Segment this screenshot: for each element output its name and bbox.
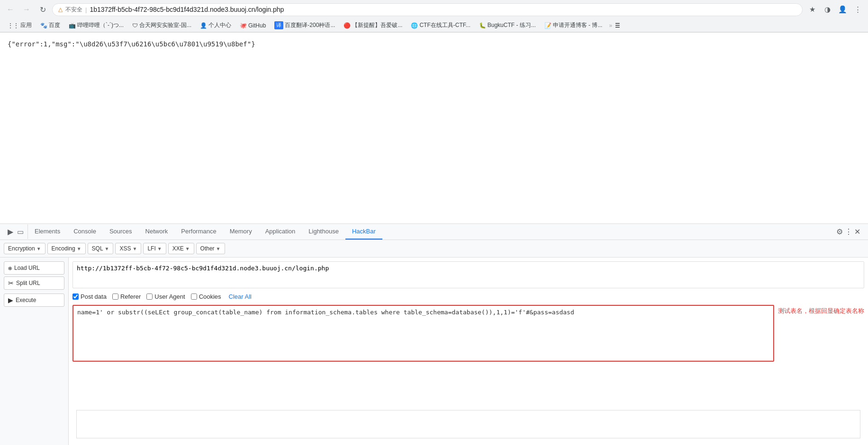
- encoding-arrow-icon: ▼: [77, 246, 81, 251]
- back-button[interactable]: ←: [4, 3, 17, 16]
- devtools-dots-icon[interactable]: ⋮: [845, 227, 852, 236]
- xxe-label: XXE: [172, 245, 184, 252]
- bookmark-apps[interactable]: ⋮⋮ 应用: [4, 20, 36, 31]
- device-toggle-icon[interactable]: ▭: [17, 228, 24, 236]
- postdata-textarea[interactable]: [72, 305, 774, 362]
- other-dropdown[interactable]: Other ▼: [196, 243, 225, 254]
- bookmark-bilibili[interactable]: 📺 哔哩哔哩（`-´)つ...: [65, 20, 127, 31]
- bilibili-icon: 📺: [69, 22, 76, 29]
- bookmark-profile[interactable]: 👤 个人中心: [196, 20, 235, 31]
- load-url-button[interactable]: ⎈ Load URL: [4, 261, 64, 275]
- devtools-close-icon[interactable]: ✕: [854, 227, 860, 236]
- devtools-header-right: ⚙ ⋮ ✕: [832, 227, 864, 236]
- encryption-dropdown[interactable]: Encryption ▼: [4, 243, 45, 254]
- tab-memory[interactable]: Memory: [223, 224, 259, 240]
- tab-elements[interactable]: Elements: [28, 224, 67, 240]
- other-arrow-icon: ▼: [216, 246, 221, 251]
- navigation-bar: ← → ↻ △ 不安全 | 1b1372ff-b5cb-4f72-98c5-bc…: [0, 0, 868, 19]
- split-url-label: Split URL: [16, 280, 40, 286]
- bookmark-baidu[interactable]: 🐾 百度: [36, 20, 64, 31]
- xss-label: XSS: [119, 245, 131, 252]
- profile-button[interactable]: 👤: [836, 3, 849, 16]
- referer-option[interactable]: Referer: [112, 293, 141, 300]
- inspect-element-icon[interactable]: ▶: [8, 227, 13, 236]
- bookmark-translate[interactable]: 译 百度翻译-200种语...: [271, 20, 339, 31]
- bottom-empty-section: [76, 410, 860, 438]
- hackbar-main: Post data Referer User Agent Cookies Cle…: [69, 258, 868, 445]
- bookmark-bilibili-label: 哔哩哔哩（`-´)つ...: [77, 21, 124, 29]
- cookies-checkbox[interactable]: [191, 294, 197, 300]
- options-row: Post data Referer User Agent Cookies Cle…: [72, 292, 864, 301]
- bookmarks-more[interactable]: »: [609, 22, 612, 29]
- address-separator: |: [85, 6, 87, 13]
- load-url-icon: ⎈: [8, 264, 12, 272]
- url-display[interactable]: 1b1372ff-b5cb-4f72-98c5-bc9d1f4d321d.nod…: [90, 6, 796, 13]
- postdata-container: 测试表名，根据回显确定表名称: [72, 305, 864, 406]
- hackbar-sidebar: ⎈ Load URL ✂ Split URL ▶ Execute: [0, 258, 69, 445]
- bookmark-antian[interactable]: 🛡 合天网安实验室-国...: [128, 20, 195, 31]
- profile-icon: 👤: [200, 22, 207, 29]
- bookmark-apps-label: 应用: [20, 21, 32, 29]
- reload-button[interactable]: ↻: [36, 3, 49, 16]
- tab-hackbar[interactable]: HackBar: [345, 224, 382, 240]
- referer-checkbox[interactable]: [112, 294, 118, 300]
- tab-performance[interactable]: Performance: [174, 224, 223, 240]
- bookmark-ctftool[interactable]: 🌐 CTF在线工具-CTF...: [407, 20, 474, 31]
- 52pojie-icon: 🔴: [344, 22, 351, 29]
- translate-icon: 译: [274, 21, 283, 29]
- encoding-dropdown[interactable]: Encoding ▼: [47, 243, 86, 254]
- load-url-label: Load URL: [14, 265, 40, 271]
- encryption-arrow-icon: ▼: [36, 246, 41, 251]
- bookmark-bugku-label: BugkuCTF - 练习...: [488, 21, 536, 29]
- lfi-dropdown[interactable]: LFI ▼: [143, 243, 166, 254]
- tab-lighthouse[interactable]: Lighthouse: [302, 224, 345, 240]
- bugku-icon: 🐛: [479, 22, 486, 29]
- bookmark-antian-label: 合天网安实验室-国...: [139, 21, 191, 29]
- execute-button[interactable]: ▶ Execute: [4, 294, 64, 307]
- tab-network[interactable]: Network: [139, 224, 175, 240]
- menu-button[interactable]: ⋮: [851, 3, 864, 16]
- bookmark-github-label: GitHub: [248, 22, 266, 29]
- tab-sources[interactable]: Sources: [103, 224, 139, 240]
- post-data-label[interactable]: Post data: [81, 293, 107, 300]
- sql-dropdown[interactable]: SQL ▼: [88, 243, 114, 254]
- baidu-icon: 🐾: [40, 22, 47, 29]
- referer-label[interactable]: Referer: [120, 293, 141, 300]
- encryption-label: Encryption: [8, 245, 35, 252]
- star-button[interactable]: ★: [805, 3, 819, 16]
- extensions-button[interactable]: ◑: [821, 3, 834, 16]
- bookmark-blog[interactable]: 📝 申请开通博客 - 博...: [541, 20, 606, 31]
- bookmark-52pojie[interactable]: 🔴 【新提醒】吾爱破...: [340, 20, 406, 31]
- bookmarks-list-icon[interactable]: ☰: [615, 22, 620, 29]
- xss-dropdown[interactable]: XSS ▼: [115, 243, 141, 254]
- page-json-output: {"error":1,"msg":"\u8d26\u53f7\u6216\u5b…: [8, 40, 860, 48]
- user-agent-checkbox[interactable]: [146, 294, 153, 300]
- address-bar[interactable]: △ 不安全 | 1b1372ff-b5cb-4f72-98c5-bc9d1f4d…: [52, 3, 803, 16]
- devtools-settings-icon[interactable]: ⚙: [836, 227, 843, 236]
- devtools-header: ▶ ▭ Elements Console Sources Network Per…: [0, 224, 868, 240]
- post-data-checkbox[interactable]: [72, 294, 79, 300]
- clear-all-link[interactable]: Clear All: [229, 293, 252, 300]
- lfi-arrow-icon: ▼: [157, 246, 162, 251]
- cookies-label[interactable]: Cookies: [199, 293, 221, 300]
- split-url-button[interactable]: ✂ Split URL: [4, 276, 64, 290]
- execute-icon: ▶: [8, 296, 13, 304]
- xss-arrow-icon: ▼: [133, 246, 137, 251]
- xxe-dropdown[interactable]: XXE ▼: [168, 243, 194, 254]
- bookmark-bugku[interactable]: 🐛 BugkuCTF - 练习...: [475, 20, 540, 31]
- user-agent-label[interactable]: User Agent: [154, 293, 185, 300]
- devtools-tabs: Elements Console Sources Network Perform…: [28, 224, 832, 240]
- tab-application[interactable]: Application: [259, 224, 302, 240]
- security-warning-text: 不安全: [65, 6, 82, 14]
- nav-right-icons: ★ ◑ 👤 ⋮: [805, 3, 864, 16]
- url-textarea[interactable]: [73, 262, 864, 286]
- page-content: {"error":1,"msg":"\u8d26\u53f7\u6216\u5b…: [0, 33, 868, 223]
- cookies-option[interactable]: Cookies: [191, 293, 221, 300]
- post-data-option[interactable]: Post data: [72, 293, 107, 300]
- forward-button[interactable]: →: [20, 3, 33, 16]
- tab-console[interactable]: Console: [67, 224, 103, 240]
- bookmark-github[interactable]: 🐙 GitHub: [236, 21, 270, 30]
- user-agent-option[interactable]: User Agent: [146, 293, 185, 300]
- devtools-panel: ▶ ▭ Elements Console Sources Network Per…: [0, 223, 868, 445]
- bookmark-baidu-label: 百度: [49, 21, 60, 29]
